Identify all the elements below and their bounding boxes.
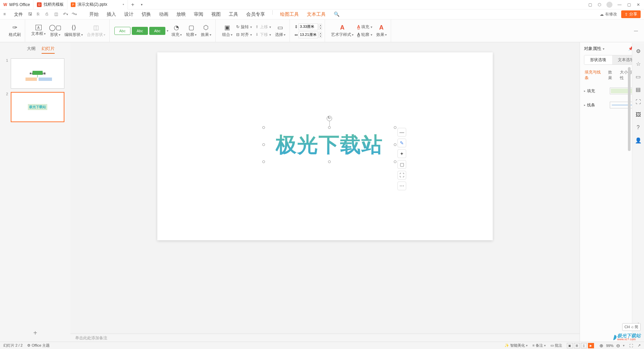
side-tool-person[interactable]: 👤 — [635, 137, 642, 144]
ribbon-collapse-icon[interactable]: — — [634, 29, 638, 33]
slides-tab[interactable]: 幻灯片 — [42, 46, 55, 54]
cloud-status[interactable]: ☁有修改 — [600, 11, 617, 17]
vertical-scrollbar[interactable] — [627, 47, 631, 337]
shape-button[interactable]: ◯▢ 形状▾ — [48, 23, 62, 38]
handle-tl[interactable] — [262, 126, 265, 129]
slide-thumb-1[interactable]: 1 单击此处添加标题 — [3, 58, 67, 89]
tab-current-file[interactable]: P 演示文稿(2).pptx • — [67, 0, 128, 9]
handle-br[interactable] — [394, 160, 396, 163]
effect-button[interactable]: ⬡ 效果▾ — [199, 23, 213, 38]
menu-tab-slideshow[interactable]: 放映 — [176, 10, 186, 19]
format-brush-button[interactable]: ✑ 格式刷 — [7, 23, 22, 38]
side-tool-image[interactable]: 🖼 — [635, 111, 642, 118]
preset-more[interactable]: ▾ — [167, 29, 168, 33]
slide-thumb-2[interactable]: 2 极光下载站 — [3, 92, 67, 122]
outline-button[interactable]: ▢ 轮廓▾ — [184, 23, 198, 38]
comments-toggle[interactable]: ▭ 批注 — [550, 343, 562, 348]
text-fill-button[interactable]: A̲填充▾ — [356, 24, 373, 30]
search-icon[interactable]: 🔍 — [333, 10, 340, 19]
share-button[interactable]: ⇪分享 — [621, 10, 641, 18]
menu-tab-view[interactable]: 视图 — [211, 10, 221, 19]
slide-canvas[interactable]: 极光下载站 — ✎ ✦ ▢ ⛶ ⋯ — [157, 52, 493, 240]
thumbnail[interactable]: 单击此处添加标题 — [11, 58, 64, 89]
export-icon[interactable]: ⎘ — [37, 12, 42, 17]
fit-button[interactable]: ⛶ — [629, 344, 633, 348]
art-style-button[interactable]: A 艺术字样式▾ — [330, 23, 355, 38]
side-tool-star[interactable]: ☆ — [635, 60, 642, 67]
side-tool-settings[interactable]: ⚙ — [635, 48, 642, 54]
zoom-more[interactable]: ▾ — [623, 344, 625, 347]
outline-tab[interactable]: 大纲 — [27, 46, 36, 54]
height-input[interactable] — [299, 23, 318, 30]
expand-button[interactable]: ↗ — [638, 343, 641, 348]
minimize-button[interactable]: — — [617, 2, 622, 7]
height-input-group[interactable]: ⇕ ▴▾ — [294, 23, 322, 30]
cube-icon[interactable]: ⬡ — [597, 2, 602, 7]
float-minus-button[interactable]: — — [397, 128, 406, 137]
handle-bm[interactable] — [328, 160, 331, 163]
text-outline-button[interactable]: A̲轮廓▾ — [356, 32, 373, 38]
menu-tab-start[interactable]: 开始 — [89, 10, 99, 19]
ime-badge[interactable]: CH ♫ 简 — [622, 323, 641, 331]
handle-tr[interactable] — [394, 126, 396, 129]
redo-icon[interactable]: ↷▾ — [72, 12, 77, 17]
rotate-handle[interactable] — [327, 116, 332, 121]
notes-bar[interactable]: 单击此处添加备注 — [70, 334, 580, 342]
subtab-effect[interactable]: 效果 — [608, 69, 616, 81]
side-tool-crop[interactable]: ⛶ — [635, 99, 642, 105]
handle-bl[interactable] — [262, 160, 265, 163]
add-slide-button[interactable]: + — [0, 325, 70, 342]
float-rect-button[interactable]: ▢ — [397, 160, 406, 169]
menu-tab-animation[interactable]: 动画 — [158, 10, 169, 19]
view-normal[interactable]: ▣ — [567, 343, 573, 348]
width-input-group[interactable]: ⇔ ▴▾ — [294, 32, 322, 38]
notes-toggle[interactable]: ≡ 备注 ▾ — [532, 343, 546, 348]
align-button[interactable]: ⊟对齐▾ — [235, 32, 253, 38]
menu-tab-tools[interactable]: 工具 — [228, 10, 239, 19]
zoom-out[interactable]: ⊖ — [615, 343, 621, 348]
maximize-button[interactable]: ▢ — [627, 2, 631, 7]
menu-tab-transition[interactable]: 切换 — [141, 10, 152, 19]
handle-mr[interactable] — [394, 143, 396, 146]
group-button[interactable]: ▣ 组合▾ — [220, 23, 234, 38]
width-spinner[interactable]: ▴▾ — [319, 32, 322, 38]
preview-icon[interactable]: ◫ — [54, 12, 60, 17]
width-input[interactable] — [299, 32, 318, 38]
side-tool-layers[interactable]: ▭ — [635, 73, 642, 80]
close-button[interactable]: ✕ — [636, 2, 641, 7]
print-icon[interactable]: ⎙ — [46, 12, 51, 17]
style-preset-2[interactable]: Abc — [132, 27, 148, 35]
avatar-icon[interactable] — [606, 2, 612, 8]
text-effect-button[interactable]: A 效果▾ — [375, 23, 388, 38]
float-more-button[interactable]: ⋯ — [397, 182, 406, 190]
menu-tab-design[interactable]: 设计 — [123, 10, 134, 19]
side-tool-help[interactable]: ? — [635, 124, 642, 131]
beautify-button[interactable]: ✨ 智能美化 ▾ — [504, 343, 528, 348]
menu-tab-vip[interactable]: 会员专享 — [246, 10, 266, 19]
view-reading[interactable]: ▯ — [581, 343, 587, 348]
zoom-value[interactable]: 99% — [606, 344, 613, 348]
selected-text-shape[interactable]: 极光下载站 — ✎ ✦ ▢ ⛶ ⋯ — [264, 128, 395, 161]
handle-tm[interactable] — [328, 126, 331, 129]
tab-templates[interactable]: D 找稻壳模板 — [34, 0, 67, 9]
prop-fill-row[interactable]: ▸填充 ▾ — [584, 86, 640, 96]
menu-tab-texttools[interactable]: 文本工具 — [306, 10, 326, 19]
zoom-in[interactable]: ⊕ — [599, 343, 604, 348]
menu-tab-drawtools[interactable]: 绘图工具 — [279, 10, 300, 19]
style-preset-3[interactable]: Abc — [149, 27, 165, 35]
menu-tab-review[interactable]: 审阅 — [193, 10, 204, 19]
select-button[interactable]: ▭ 选择▾ — [273, 23, 287, 38]
thumbnail[interactable]: 极光下载站 — [11, 92, 64, 122]
window-panel-icon[interactable]: ▢ — [588, 2, 592, 7]
save-icon[interactable]: 🖫 — [28, 12, 34, 17]
float-star-button[interactable]: ✦ — [397, 149, 406, 158]
edit-shape-button[interactable]: ⟨⟩ 编辑形状▾ — [63, 23, 84, 38]
prop-line-row[interactable]: ▸线条 ▾ — [584, 100, 640, 110]
view-play[interactable]: ▶ — [588, 343, 594, 348]
rotate-button[interactable]: ↻旋转▾ — [235, 24, 253, 30]
hamburger-icon[interactable]: ≡ — [3, 12, 9, 17]
fill-button[interactable]: ◔ 填充▾ — [170, 23, 183, 38]
side-tool-page[interactable]: ▤ — [635, 86, 642, 93]
menu-tab-insert[interactable]: 插入 — [106, 10, 117, 19]
float-crop-button[interactable]: ⛶ — [397, 171, 406, 180]
